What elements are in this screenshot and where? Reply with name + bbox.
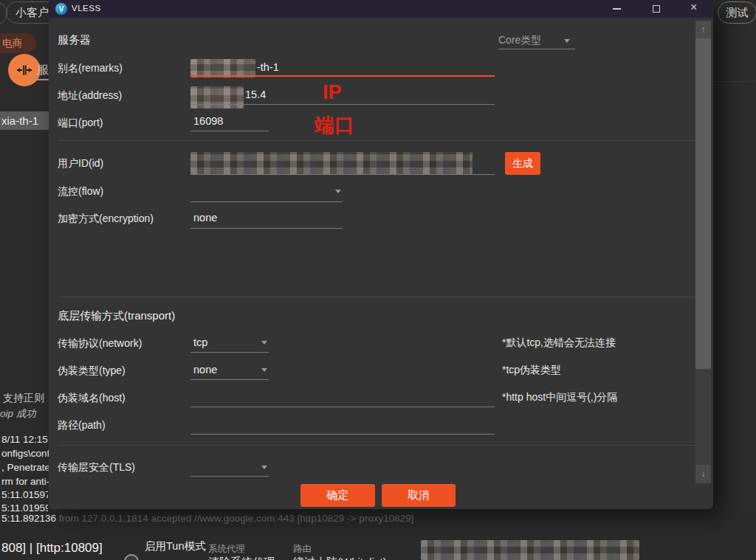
network-value[interactable]: tcp — [193, 336, 207, 348]
scrollbar-up-icon[interactable]: ↑ — [695, 21, 711, 38]
server-section-title: 服务器 — [58, 33, 91, 47]
system-proxy-value[interactable]: 清除系统代理 — [208, 556, 275, 560]
path-label: 路径(path) — [58, 419, 106, 432]
address-input-underline[interactable] — [190, 104, 495, 105]
background-right-panel — [713, 0, 756, 509]
log-line: rm for anti- — [1, 476, 49, 487]
listen-ports-text: 808] | [http:10809] — [1, 541, 103, 556]
ok-button-label: 确定 — [327, 488, 349, 502]
vless-dialog: V VLESS × 服务器 Core类型 别名(remarks) -th-1 地… — [49, 0, 713, 509]
host-input-underline[interactable] — [190, 407, 495, 407]
remarks-visible-value[interactable]: -th-1 — [257, 61, 279, 73]
chevron-down-icon[interactable] — [335, 190, 341, 193]
test-button-label: 测试 — [726, 6, 749, 20]
port-label: 端口(port) — [58, 117, 103, 130]
ip-annotation: IP — [323, 81, 342, 104]
tab-server-partial[interactable]: 服 — [37, 63, 49, 78]
server-row-label: xia-th-1 — [1, 114, 38, 127]
log-line: , Penetrate — [1, 462, 50, 473]
test-button[interactable]: 测试 — [718, 1, 756, 24]
chevron-down-icon[interactable] — [261, 368, 267, 372]
remarks-input-underline-focused[interactable] — [190, 75, 495, 77]
chevron-down-icon[interactable] — [261, 466, 267, 469]
flow-label: 流控(flow) — [58, 185, 103, 198]
cancel-button[interactable]: 取消 — [382, 484, 456, 507]
log-line: 8/11 12:15: — [1, 434, 51, 445]
remarks-label: 别名(remarks) — [58, 62, 123, 75]
log-last-rest: from 127.0.0.1:1814 accepted //www.googl… — [56, 513, 413, 524]
network-dropdown-underline — [190, 352, 269, 353]
route-label: 路由 — [293, 543, 312, 556]
collapse-panel-button[interactable] — [8, 54, 41, 86]
maximize-icon[interactable] — [653, 5, 660, 13]
dialog-titlebar[interactable]: V VLESS × — [49, 0, 713, 18]
user-id-input-underline[interactable] — [190, 174, 495, 175]
scrollbar-down-icon[interactable]: ↓ — [695, 465, 711, 483]
network-label: 传输协议(network) — [58, 337, 142, 350]
port-input-underline[interactable] — [190, 131, 269, 131]
address-label: 地址(address) — [58, 89, 122, 103]
address-redacted-value — [190, 86, 244, 108]
redacted-bottom-info — [421, 540, 639, 560]
minimize-icon[interactable] — [613, 8, 621, 10]
section-divider — [58, 140, 695, 141]
chevron-down-icon[interactable] — [564, 39, 570, 43]
dialog-title: VLESS — [72, 4, 101, 13]
status-regex-text: 支持正则 — [3, 392, 44, 405]
server-list-selected-row[interactable]: xia-th-1 — [0, 111, 49, 130]
flow-dropdown-underline — [190, 201, 343, 202]
log-line-last: 5:11.892136 from 127.0.0.1:1814 accepted… — [1, 513, 414, 524]
v2ray-logo-icon: V — [55, 3, 67, 15]
fake-type-value[interactable]: none — [193, 364, 217, 376]
ok-button[interactable]: 确定 — [300, 484, 375, 507]
log-last-prefix: 5:11.892136 — [1, 513, 56, 524]
core-type-underline — [498, 49, 575, 49]
log-line: 5:11.015973 — [1, 489, 48, 500]
tls-dropdown-underline — [190, 476, 269, 477]
shop-badge-label: 电商 — [2, 37, 22, 50]
scrollbar-thumb[interactable] — [695, 38, 711, 369]
screen: 小客户端 电商 服 xia-th-1 测试 支持正则 oip 成功 8/11 1… — [0, 0, 756, 560]
network-note: *默认tcp,选错会无法连接 — [502, 336, 616, 350]
route-value[interactable]: 绕过大陆(Whitelist) — [293, 556, 387, 560]
fake-type-label: 伪装类型(type) — [58, 364, 126, 378]
address-visible-value[interactable]: 15.4 — [245, 89, 266, 100]
logo-letter: V — [59, 5, 64, 13]
tab-underline — [35, 79, 49, 80]
system-proxy-label: 系统代理 — [208, 543, 245, 556]
generate-button[interactable]: 生成 — [505, 152, 540, 175]
right-panel-divider — [713, 81, 756, 82]
section-divider — [58, 445, 695, 446]
user-id-label: 用户ID(id) — [58, 157, 103, 170]
log-line: 5:11.019594 — [1, 502, 48, 514]
fake-type-dropdown-underline — [190, 379, 269, 380]
cancel-button-label: 取消 — [408, 488, 430, 502]
port-annotation: 端口 — [315, 112, 354, 139]
status-success-text: oip 成功 — [0, 407, 36, 421]
port-value[interactable]: 16098 — [193, 115, 223, 127]
host-note: *http host中间逗号(,)分隔 — [502, 391, 617, 404]
host-label: 伪装域名(host) — [58, 392, 126, 405]
user-id-redacted-value — [190, 152, 472, 174]
resize-horizontal-icon — [16, 61, 33, 79]
encryption-value[interactable]: none — [193, 212, 217, 224]
fake-type-note: *tcp伪装类型 — [502, 364, 561, 377]
path-input-underline[interactable] — [190, 434, 495, 435]
generate-button-label: 生成 — [512, 157, 533, 170]
tun-mode-label: 启用Tun模式 — [145, 539, 205, 553]
section-divider — [58, 297, 695, 297]
log-line: onfigs\conf — [1, 448, 49, 459]
core-type-dropdown[interactable]: Core类型 — [498, 34, 541, 47]
encryption-input-underline — [190, 228, 343, 229]
encryption-label: 加密方式(encryption) — [58, 212, 154, 226]
shop-badge[interactable]: 电商 — [0, 33, 36, 53]
chevron-down-icon[interactable] — [261, 341, 267, 345]
transport-section-title: 底层传输方式(transport) — [58, 309, 175, 323]
close-icon[interactable]: × — [690, 1, 697, 14]
tls-label: 传输层安全(TLS) — [58, 461, 135, 474]
